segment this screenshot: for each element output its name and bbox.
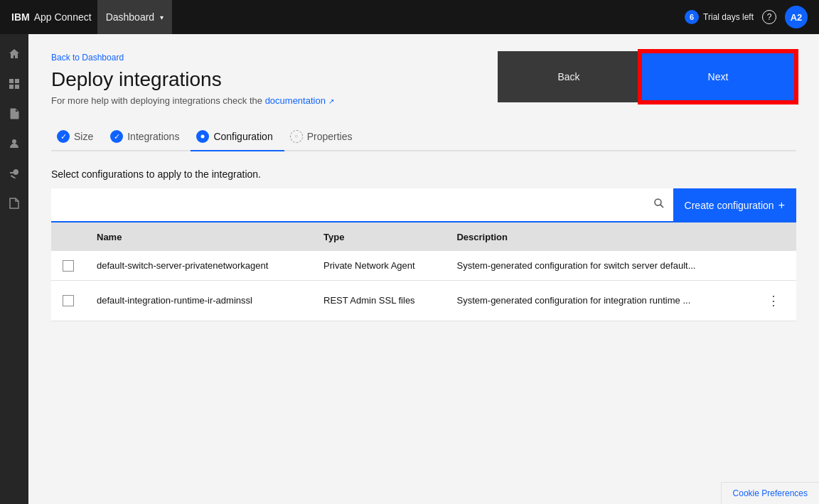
document-icon <box>9 108 20 119</box>
search-create-row: Create configuration + <box>51 188 796 223</box>
help-icon[interactable]: ? <box>762 10 776 24</box>
table-row: default-integration-runtime-ir-adminssl … <box>51 280 796 321</box>
table-header-checkbox <box>51 223 85 251</box>
dashboard-chevron-icon: ▾ <box>160 14 164 21</box>
row1-description: System-generated configuration for switc… <box>445 251 751 280</box>
row2-description: System-generated configuration for integ… <box>445 280 751 321</box>
svg-rect-5 <box>12 115 16 116</box>
step-integrations-icon: ✓ <box>110 130 123 143</box>
svg-point-7 <box>12 139 16 144</box>
svg-rect-4 <box>12 114 16 114</box>
row1-type: Private Network Agent <box>312 251 445 280</box>
svg-rect-2 <box>9 85 14 89</box>
grid-icon <box>9 78 20 90</box>
sidebar-item-files[interactable] <box>0 189 28 218</box>
brand-product-text: App Connect <box>34 11 92 23</box>
step-properties-label: Properties <box>307 131 353 142</box>
header-actions: Back Next <box>498 51 796 102</box>
documentation-link[interactable]: documentation ↗ <box>265 95 334 106</box>
table-header-name: Name <box>85 223 312 251</box>
back-to-dashboard-link[interactable]: Back to Dashboard <box>51 53 124 63</box>
search-icon[interactable] <box>653 198 665 212</box>
step-properties[interactable]: ○ Properties <box>284 123 364 150</box>
sidebar <box>0 34 28 504</box>
step-integrations[interactable]: ✓ Integrations <box>105 123 191 150</box>
step-configuration-label: Configuration <box>213 131 272 142</box>
svg-point-10 <box>655 199 661 205</box>
step-configuration-icon <box>196 130 209 143</box>
step-size[interactable]: ✓ Size <box>51 123 105 150</box>
back-button[interactable]: Back <box>498 51 640 102</box>
row1-checkbox-cell <box>51 251 85 280</box>
brand-logo: IBM App Connect <box>11 11 92 23</box>
top-navigation: IBM App Connect Dashboard ▾ 6 Trial days… <box>0 0 819 34</box>
row2-overflow-cell: ⋮ <box>751 280 796 321</box>
svg-rect-6 <box>12 117 15 117</box>
row1-overflow <box>751 251 796 280</box>
svg-line-11 <box>660 205 663 208</box>
table-header-description: Description <box>445 223 751 251</box>
row2-checkbox-cell <box>51 280 85 321</box>
table-header-actions <box>751 223 796 251</box>
table-header-type: Type <box>312 223 445 251</box>
step-properties-icon: ○ <box>290 130 303 143</box>
configuration-table: Name Type Description default-switch-ser… <box>51 223 796 321</box>
select-instruction: Select configurations to apply to the in… <box>51 168 796 180</box>
trial-days-label: Trial days left <box>703 12 754 22</box>
documentation-link-text: documentation <box>265 95 326 106</box>
create-configuration-button[interactable]: Create configuration + <box>673 188 796 222</box>
step-integrations-label: Integrations <box>127 131 179 142</box>
row2-checkbox[interactable] <box>63 295 74 306</box>
steps-bar: ✓ Size ✓ Integrations Configuration <box>51 123 796 151</box>
step-size-icon: ✓ <box>57 130 70 143</box>
svg-rect-1 <box>15 79 19 83</box>
search-container <box>51 188 673 222</box>
step-configuration[interactable]: Configuration <box>191 123 284 151</box>
row1-checkbox[interactable] <box>63 260 74 272</box>
sidebar-item-home[interactable] <box>0 40 28 68</box>
row2-name: default-integration-runtime-ir-adminssl <box>85 280 312 321</box>
nav-right: 6 Trial days left ? A2 <box>685 6 808 28</box>
avatar[interactable]: A2 <box>785 6 808 28</box>
dashboard-label: Dashboard <box>106 11 155 23</box>
nav-left: IBM App Connect Dashboard ▾ <box>11 0 172 34</box>
trial-days-number: 6 <box>685 10 699 24</box>
file-icon <box>9 198 20 209</box>
brand-ibm-text: IBM <box>11 11 30 23</box>
step-size-label: Size <box>74 131 93 142</box>
svg-point-9 <box>201 135 205 139</box>
overflow-menu-button[interactable]: ⋮ <box>762 289 785 312</box>
svg-rect-0 <box>9 79 14 83</box>
search-input[interactable] <box>60 199 653 210</box>
half-circle-icon <box>199 133 206 140</box>
table-header-row: Name Type Description <box>51 223 796 251</box>
tools-icon <box>9 168 20 179</box>
row2-type: REST Admin SSL files <box>312 280 445 321</box>
cookie-preferences-button[interactable]: Cookie Preferences <box>721 482 819 504</box>
dashboard-nav[interactable]: Dashboard ▾ <box>97 0 173 34</box>
main-layout: Back to Dashboard Deploy integrations Fo… <box>0 34 819 504</box>
sidebar-item-reports[interactable] <box>0 100 28 128</box>
home-icon <box>9 48 20 60</box>
create-config-plus-icon: + <box>778 199 785 212</box>
table-row: default-switch-server-privatenetworkagen… <box>51 251 796 280</box>
next-button[interactable]: Next <box>640 51 796 102</box>
create-config-label: Create configuration <box>685 200 774 211</box>
sidebar-item-tools[interactable] <box>0 159 28 188</box>
main-content: Back to Dashboard Deploy integrations Fo… <box>28 34 819 504</box>
subtitle-text: For more help with deploying integration… <box>51 95 262 106</box>
trial-badge: 6 Trial days left <box>685 10 754 24</box>
svg-rect-3 <box>15 85 19 89</box>
sidebar-item-users[interactable] <box>0 129 28 158</box>
user-icon <box>9 138 20 149</box>
sidebar-item-integrations[interactable] <box>0 70 28 98</box>
external-link-icon: ↗ <box>328 97 334 105</box>
row1-name: default-switch-server-privatenetworkagen… <box>85 251 312 280</box>
